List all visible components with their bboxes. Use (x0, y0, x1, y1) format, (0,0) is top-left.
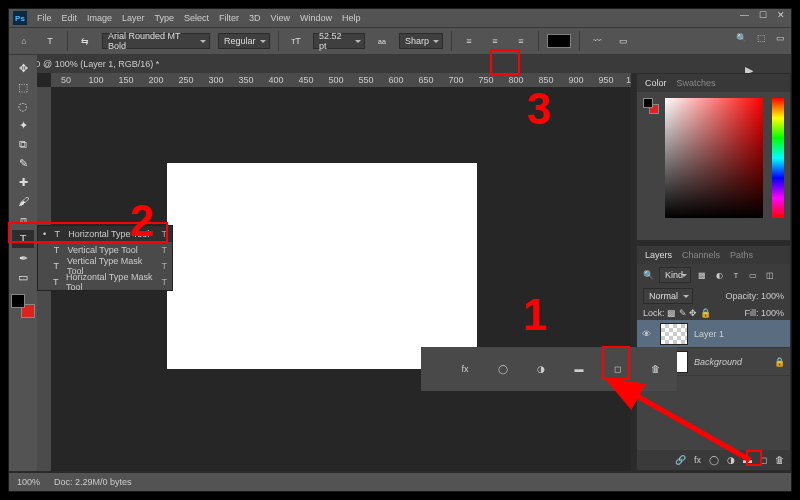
text-color-swatch[interactable] (547, 34, 571, 48)
filter-kind-dropdown[interactable]: Kind (659, 267, 691, 283)
mask-icon[interactable]: ◯ (493, 359, 513, 379)
callout-1: 1 (523, 290, 547, 340)
orientation-icon[interactable]: ⇆ (76, 32, 94, 50)
header-right: 🔍 ⬚ ▭ (736, 33, 785, 43)
eyedropper-tool[interactable]: ✎ (12, 154, 34, 172)
maximize-icon[interactable]: ☐ (759, 10, 767, 20)
layer-row[interactable]: 👁 Layer 1 (637, 320, 790, 348)
type-mask-icon: T (52, 261, 61, 271)
type-mask-icon: T (52, 277, 61, 287)
hue-strip[interactable] (772, 98, 784, 218)
filter-smart-icon[interactable]: ◫ (764, 269, 776, 281)
align-left-icon[interactable]: ≡ (460, 32, 478, 50)
menu-filter[interactable]: Filter (219, 13, 239, 23)
doc-tab[interactable]: 3D @ 100% (Layer 1, RGB/16) * (29, 59, 159, 69)
type-icon: T (52, 245, 62, 255)
workspace-icon[interactable]: ▭ (776, 33, 785, 43)
doc-tab-strip: 3D @ 100% (Layer 1, RGB/16) * (9, 55, 791, 73)
filter-pixel-icon[interactable]: ▩ (696, 269, 708, 281)
font-size-dropdown[interactable]: 52.52 pt (313, 33, 365, 49)
tool-preset-icon[interactable]: T (41, 32, 59, 50)
fill-value[interactable]: 100% (761, 308, 784, 318)
tab-paths[interactable]: Paths (730, 250, 753, 260)
eye-icon[interactable]: 👁 (642, 329, 654, 339)
tools-panel: ✥ ⬚ ◌ ✦ ⧉ ✎ ✚ 🖌 ⧈ T ✒ ▭ (9, 55, 37, 471)
flyout-horizontal-type-mask[interactable]: T Horizontal Type Mask ToolT (38, 274, 172, 290)
filter-adjust-icon[interactable]: ◐ (713, 269, 725, 281)
menu-edit[interactable]: Edit (62, 13, 78, 23)
align-right-icon[interactable]: ≡ (512, 32, 530, 50)
tab-channels[interactable]: Channels (682, 250, 720, 260)
filter-icon[interactable]: 🔍 (643, 270, 654, 280)
minimize-icon[interactable]: — (740, 10, 749, 20)
menu-bar: Ps File Edit Image Layer Type Select Fil… (9, 9, 791, 27)
callout-2: 2 (130, 196, 154, 246)
menu-help[interactable]: Help (342, 13, 361, 23)
lasso-tool[interactable]: ◌ (12, 97, 34, 115)
color-picker-field[interactable] (665, 98, 763, 218)
layer-name: Background (694, 357, 742, 367)
menu-layer[interactable]: Layer (122, 13, 145, 23)
font-style-dropdown[interactable]: Regular (218, 33, 270, 49)
move-tool[interactable]: ✥ (12, 59, 34, 77)
callout-box-3 (490, 49, 520, 75)
wand-tool[interactable]: ✦ (12, 116, 34, 134)
marquee-tool[interactable]: ⬚ (12, 78, 34, 96)
doc-size: Doc: 2.29M/0 bytes (54, 477, 132, 487)
shape-tool[interactable]: ▭ (12, 268, 34, 286)
heal-tool[interactable]: ✚ (12, 173, 34, 191)
opacity-value[interactable]: 100% (761, 291, 784, 301)
callout-box-1a (602, 346, 630, 380)
lock-icon: 🔒 (774, 357, 785, 367)
layer-name: Layer 1 (694, 329, 724, 339)
menu-3d[interactable]: 3D (249, 13, 261, 23)
pen-tool[interactable]: ✒ (12, 249, 34, 267)
options-bar: ⌂ T ⇆ Arial Rounded MT Bold Regular тT 5… (9, 27, 791, 55)
window-controls: — ☐ ✕ (740, 10, 785, 20)
menu-file[interactable]: File (37, 13, 52, 23)
share-icon[interactable]: ⬚ (757, 33, 766, 43)
blend-mode-dropdown[interactable]: Normal (643, 288, 693, 304)
fg-color-chip[interactable] (11, 294, 25, 308)
aa-label: aa (373, 32, 391, 50)
app-logo: Ps (13, 11, 27, 25)
color-panel: Color Swatches (636, 73, 791, 241)
tab-color[interactable]: Color (645, 78, 667, 88)
menu-image[interactable]: Image (87, 13, 112, 23)
char-panel-icon[interactable]: ▭ (614, 32, 632, 50)
filter-type-icon[interactable]: T (730, 269, 742, 281)
menu-window[interactable]: Window (300, 13, 332, 23)
zoom-level[interactable]: 100% (17, 477, 40, 487)
font-size-icon: тT (287, 32, 305, 50)
antialias-dropdown[interactable]: Sharp (399, 33, 443, 49)
callout-arrow (560, 376, 770, 476)
filter-shape-icon[interactable]: ▭ (747, 269, 759, 281)
crop-tool[interactable]: ⧉ (12, 135, 34, 153)
fx-icon[interactable]: fx (455, 359, 475, 379)
search-icon[interactable]: 🔍 (736, 33, 747, 43)
menu-type[interactable]: Type (155, 13, 175, 23)
adjustment-icon[interactable]: ◑ (531, 359, 551, 379)
close-icon[interactable]: ✕ (777, 10, 785, 20)
svg-line-0 (630, 392, 750, 460)
brush-tool[interactable]: 🖌 (12, 192, 34, 210)
warp-text-icon[interactable]: 〰 (588, 32, 606, 50)
menu-select[interactable]: Select (184, 13, 209, 23)
panel-color-chips[interactable] (643, 98, 659, 114)
document-canvas[interactable] (167, 163, 477, 369)
layer-thumb[interactable] (660, 323, 688, 345)
delete-icon[interactable]: 🗑 (775, 455, 784, 465)
tab-swatches[interactable]: Swatches (677, 78, 716, 88)
font-family-dropdown[interactable]: Arial Rounded MT Bold (102, 33, 210, 49)
home-icon[interactable]: ⌂ (15, 32, 33, 50)
callout-3: 3 (527, 84, 551, 134)
tab-layers[interactable]: Layers (645, 250, 672, 260)
align-center-icon[interactable]: ≡ (486, 32, 504, 50)
color-chips[interactable] (10, 293, 36, 319)
menu-view[interactable]: View (271, 13, 290, 23)
